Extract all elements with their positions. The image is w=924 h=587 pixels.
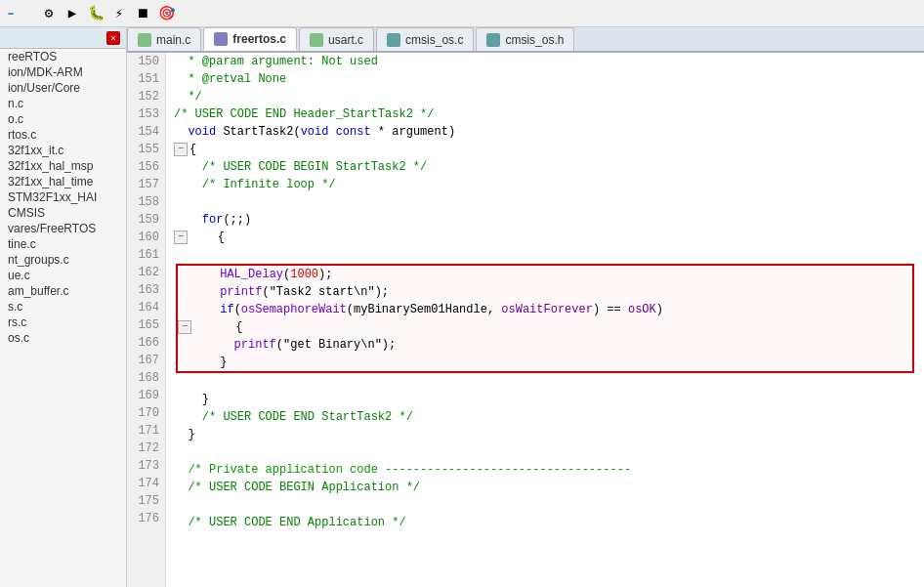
- code-line-164: if(osSemaphoreWait(myBinarySem01Handle, …: [178, 301, 912, 318]
- tab-main-c[interactable]: main.c: [127, 27, 201, 51]
- line-number-158: 158: [133, 193, 159, 211]
- line-number-167: 167: [133, 352, 159, 369]
- sidebar-item-2[interactable]: ion/User/Core: [0, 80, 126, 96]
- sidebar-item-8[interactable]: 32f1xx_hal_time: [0, 174, 126, 189]
- sidebar-item-0[interactable]: reeRTOS: [0, 49, 126, 64]
- line-number-176: 176: [133, 510, 159, 527]
- code-line-157: /* Infinite loop */: [174, 176, 916, 193]
- fold-indicator-160[interactable]: −: [174, 231, 188, 244]
- highlight-region: HAL_Delay(1000); printf("Task2 start\n")…: [176, 264, 914, 373]
- code-line-155: −{: [174, 141, 916, 158]
- line-number-174: 174: [133, 475, 159, 492]
- code-line-175: [174, 496, 916, 514]
- line-number-159: 159: [133, 211, 159, 229]
- sidebar-item-6[interactable]: 32f1xx_it.c: [0, 143, 126, 158]
- load-icon: [8, 13, 14, 15]
- build-icon[interactable]: ⚙: [39, 4, 59, 23]
- line-number-165: 165: [133, 316, 159, 334]
- sidebar-item-17[interactable]: rs.c: [0, 314, 126, 330]
- sidebar-item-12[interactable]: tine.c: [0, 236, 126, 252]
- tab-icon-1: [214, 32, 228, 46]
- debug-icon[interactable]: 🐛: [86, 4, 105, 23]
- line-number-156: 156: [133, 158, 159, 176]
- target-icon[interactable]: 🎯: [156, 4, 176, 23]
- tab-label-4: cmsis_os.h: [505, 33, 564, 47]
- main-layout: ✕ reeRTOSion/MDK-ARMion/User/Coren.co.cr…: [0, 27, 924, 587]
- tab-icon-0: [138, 33, 151, 47]
- code-line-150: * @param argument: Not used: [174, 53, 916, 70]
- line-number-171: 171: [133, 422, 159, 440]
- code-line-173: /* Private application code ------------…: [174, 461, 916, 479]
- fold-indicator-165[interactable]: −: [178, 320, 191, 334]
- code-line-151: * @retval None: [174, 70, 916, 88]
- line-number-153: 153: [133, 105, 159, 123]
- line-number-175: 175: [133, 492, 159, 510]
- line-number-161: 161: [133, 246, 159, 264]
- tab-icon-2: [310, 33, 323, 47]
- stop-icon[interactable]: ⏹: [133, 4, 152, 23]
- sidebar-item-3[interactable]: n.c: [0, 96, 126, 111]
- sidebar-item-4[interactable]: o.c: [0, 111, 126, 127]
- tab-label-2: usart.c: [328, 33, 363, 47]
- line-number-173: 173: [133, 457, 159, 475]
- fold-indicator-155[interactable]: −: [174, 143, 188, 156]
- tab-freertos-c[interactable]: freertos.c: [203, 27, 297, 51]
- code-line-168: [174, 373, 916, 391]
- tab-cmsis_os-h[interactable]: cmsis_os.h: [476, 27, 574, 51]
- code-editor[interactable]: 1501511521531541551561571581591601611621…: [127, 53, 924, 587]
- sidebar-item-5[interactable]: rtos.c: [0, 127, 126, 143]
- tab-cmsis_os-c[interactable]: cmsis_os.c: [376, 27, 474, 51]
- tab-label-1: freertos.c: [232, 32, 286, 46]
- code-content: * @param argument: Not used * @retval No…: [166, 53, 924, 587]
- tab-label-0: main.c: [156, 33, 190, 47]
- flash-icon[interactable]: ⚡: [109, 4, 129, 23]
- editor-area: main.cfreertos.cusart.ccmsis_os.ccmsis_o…: [127, 27, 924, 587]
- line-number-151: 151: [133, 70, 159, 88]
- tab-usart-c[interactable]: usart.c: [299, 27, 374, 51]
- sidebar-item-16[interactable]: s.c: [0, 299, 126, 314]
- sidebar-header: ✕: [0, 27, 126, 49]
- code-line-167: }: [178, 354, 912, 371]
- code-line-165: − {: [178, 318, 912, 336]
- code-line-166: printf("get Binary\n");: [178, 336, 912, 354]
- sidebar-close-button[interactable]: ✕: [106, 31, 120, 45]
- code-line-161: [174, 246, 916, 264]
- code-line-170: /* USER CODE END StartTask2 */: [174, 408, 916, 426]
- toolbar: ⚙ ▶ 🐛 ⚡ ⏹ 🎯: [39, 4, 176, 23]
- sidebar-item-13[interactable]: nt_groups.c: [0, 252, 126, 268]
- code-line-172: [174, 443, 916, 461]
- code-line-153: /* USER CODE END Header_StartTask2 */: [174, 105, 916, 123]
- code-line-174: /* USER CODE BEGIN Application */: [174, 479, 916, 496]
- sidebar: ✕ reeRTOSion/MDK-ARMion/User/Coren.co.cr…: [0, 27, 127, 587]
- line-number-160: 160: [133, 229, 159, 246]
- sidebar-item-11[interactable]: vares/FreeRTOS: [0, 221, 126, 236]
- code-line-169: }: [174, 391, 916, 408]
- sidebar-item-18[interactable]: os.c: [0, 330, 126, 346]
- code-line-162: HAL_Delay(1000);: [178, 266, 912, 283]
- tab-icon-3: [387, 33, 400, 47]
- code-line-152: */: [174, 88, 916, 105]
- tab-icon-4: [486, 33, 500, 47]
- sidebar-item-1[interactable]: ion/MDK-ARM: [0, 64, 126, 80]
- run-icon[interactable]: ▶: [63, 4, 82, 23]
- sidebar-item-14[interactable]: ue.c: [0, 268, 126, 283]
- line-number-154: 154: [133, 123, 159, 141]
- line-number-162: 162: [133, 264, 159, 281]
- line-number-152: 152: [133, 88, 159, 105]
- line-number-164: 164: [133, 299, 159, 316]
- sidebar-file-list: reeRTOSion/MDK-ARMion/User/Coren.co.crto…: [0, 49, 126, 346]
- code-line-159: for(;;): [174, 211, 916, 229]
- code-line-171: }: [174, 426, 916, 443]
- line-number-170: 170: [133, 404, 159, 422]
- sidebar-item-7[interactable]: 32f1xx_hal_msp: [0, 158, 126, 174]
- sidebar-item-15[interactable]: am_buffer.c: [0, 283, 126, 299]
- sidebar-item-10[interactable]: CMSIS: [0, 205, 126, 221]
- sidebar-item-9[interactable]: STM32F1xx_HAI: [0, 189, 126, 205]
- line-number-172: 172: [133, 440, 159, 457]
- line-number-157: 157: [133, 176, 159, 193]
- code-line-176: /* USER CODE END Application */: [174, 514, 916, 531]
- line-number-155: 155: [133, 141, 159, 158]
- code-line-160: − {: [174, 229, 916, 246]
- code-line-158: [174, 193, 916, 211]
- line-number-166: 166: [133, 334, 159, 352]
